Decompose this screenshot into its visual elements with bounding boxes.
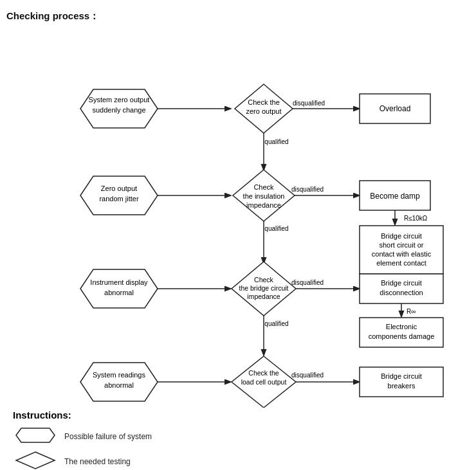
legend-hexagon-shape — [13, 426, 58, 447]
r-leq-label: R≤10kΩ — [404, 215, 428, 222]
dia-check-load-label2: load cell output — [241, 378, 287, 386]
disqualified-label-4: disqualified — [291, 372, 324, 379]
qualified-label-3: qualified — [264, 320, 288, 327]
r-inf-label: R∞ — [407, 308, 416, 315]
hex-readings-label2: abnormal — [104, 381, 134, 389]
legend-hex-svg — [13, 426, 58, 445]
qualified-label-1: qualified — [264, 138, 288, 145]
legend: Instructions: Possible failure of system… — [6, 410, 470, 470]
box-electronic-l2: components damage — [369, 332, 435, 340]
hex-zero-random-label: Zero output — [101, 185, 137, 192]
dia-check-insulation-label2: the insulation — [243, 192, 285, 200]
dia-check-insulation-label: Check — [253, 183, 274, 191]
hex-system-zero-label: System zero output — [89, 96, 150, 104]
legend-dia-svg — [13, 451, 58, 470]
legend-item-hexagon: Possible failure of system — [13, 426, 470, 447]
box-electronic-l1: Electronic — [386, 323, 417, 330]
box-breakers-l2: breakers — [388, 382, 416, 390]
box-breakers-l1: Bridge circuit — [381, 372, 422, 380]
box-bridge-short-l2: short circuit or — [379, 241, 423, 249]
dia-check-bridge-label: Check — [254, 276, 274, 284]
dia-check-zero-label: Check the — [248, 98, 280, 106]
flowchart-area: System zero output suddenly change Check… — [6, 32, 470, 404]
flowchart-svg: System zero output suddenly change Check… — [6, 32, 470, 408]
box-disconnection-l1: Bridge circuit — [381, 279, 422, 287]
disqualified-label-1: disqualified — [293, 100, 325, 107]
box-overload-label: Overload — [380, 104, 411, 113]
hex-system-zero-label2: suddenly change — [92, 106, 145, 114]
box-bridge-short-l3: contact with elastic — [372, 250, 432, 258]
box-disconnection-l2: disconnection — [380, 289, 423, 296]
hex-zero-random-label2: random jitter — [99, 195, 138, 203]
hex-readings-label: System readings — [93, 371, 145, 379]
box-become-damp-label: Become damp — [370, 192, 420, 201]
dia-check-bridge-label2: the bridge circuit — [239, 284, 288, 292]
hex-instrument-label2: abnormal — [104, 289, 134, 296]
box-bridge-short-l1: Bridge circuit — [381, 232, 422, 240]
svg-marker-1 — [16, 452, 55, 469]
dia-check-insulation-label3: impedance — [246, 201, 281, 209]
disqualified-label-3: disqualified — [291, 279, 324, 286]
page-container: Checking process： System zero output sud… — [0, 0, 476, 470]
legend-title: Instructions: — [13, 410, 470, 420]
dia-check-bridge-label3: impedance — [247, 293, 280, 300]
qualified-label-2: qualified — [264, 225, 288, 232]
box-bridge-short-l4: element contact — [376, 259, 426, 267]
legend-hexagon-label: Possible failure of system — [64, 432, 152, 441]
page-title: Checking process： — [6, 10, 470, 23]
disqualified-label-2: disqualified — [291, 186, 324, 193]
legend-item-diamond: The needed testing — [13, 451, 470, 470]
dia-check-load-label: Check the — [248, 369, 279, 377]
legend-diamond-shape — [13, 451, 58, 470]
hex-instrument-label: Instrument display — [90, 278, 148, 286]
legend-diamond-label: The needed testing — [64, 457, 131, 466]
svg-marker-0 — [16, 428, 55, 442]
dia-check-zero-label2: zero output — [246, 107, 281, 115]
